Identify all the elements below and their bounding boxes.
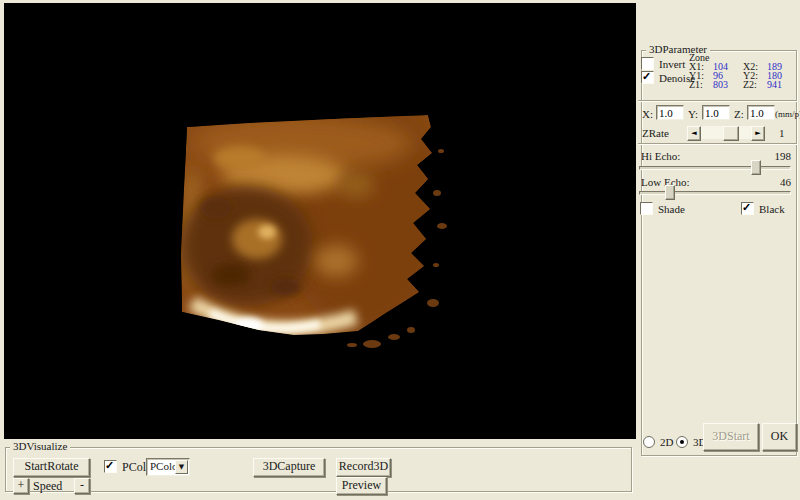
zrate-scroll-track[interactable]: [699, 126, 753, 139]
black-checkbox-box[interactable]: [741, 202, 754, 215]
speed-label: Speed: [33, 479, 62, 494]
mode-2d-label: 2D: [655, 436, 673, 448]
mode-2d-radio[interactable]: 2D: [643, 436, 673, 448]
shade-checkbox-box[interactable]: [640, 202, 653, 215]
preview-button[interactable]: Preview: [336, 477, 387, 495]
record3d-button[interactable]: Record3D: [336, 458, 391, 477]
black-checkbox[interactable]: Black: [741, 202, 785, 215]
speed-minus-button[interactable]: -: [74, 478, 90, 494]
separator: [638, 100, 797, 102]
z-scale-input[interactable]: [747, 105, 775, 120]
z-scale-label: Z:: [734, 108, 744, 120]
chevron-down-icon[interactable]: ▼: [175, 460, 188, 474]
zone-table: X1:104X2:189 Y1:96Y2:180 Z1:803Z2:941: [689, 62, 793, 89]
pcolor-combobox[interactable]: PColor ▼: [146, 458, 190, 476]
invert-checkbox-box[interactable]: [641, 57, 654, 70]
pcolor-checkbox-box[interactable]: [104, 460, 117, 473]
separator: [638, 143, 797, 145]
y-scale-input[interactable]: [702, 105, 730, 120]
black-label: Black: [754, 203, 785, 215]
mode-3d-radio[interactable]: 3D: [676, 436, 706, 448]
app-window: 3DParameter Invert Denoise Zone X1:104X2…: [0, 0, 800, 500]
low-echo-slider[interactable]: [639, 185, 791, 199]
3dstart-button[interactable]: 3DStart: [703, 423, 759, 451]
ok-button[interactable]: OK: [762, 423, 797, 451]
zone-row-z: Z1:803Z2:941: [689, 80, 793, 89]
zone-z1-value: 803: [713, 80, 743, 89]
hi-echo-slider-thumb[interactable]: [751, 160, 761, 175]
zone-z2-value: 941: [767, 79, 782, 90]
mode-3d-radio-circle[interactable]: [676, 436, 688, 448]
hi-echo-slider[interactable]: [639, 160, 791, 174]
zrate-value: 1: [779, 127, 785, 139]
start-rotate-button[interactable]: StartRotate: [13, 458, 90, 477]
zrate-scrollbar[interactable]: ◄ ►: [687, 126, 765, 139]
mode-2d-radio-circle[interactable]: [643, 436, 655, 448]
ultrasound-render: [4, 3, 636, 439]
low-echo-slider-thumb[interactable]: [665, 185, 675, 200]
zrate-scroll-thumb[interactable]: [723, 126, 739, 141]
denoise-checkbox-box[interactable]: [641, 71, 654, 84]
low-echo-slider-track[interactable]: [639, 191, 791, 195]
hi-echo-slider-track[interactable]: [639, 166, 791, 170]
speed-plus-button[interactable]: +: [13, 478, 29, 494]
x-scale-input[interactable]: [656, 105, 684, 120]
zrate-label: ZRate: [642, 127, 669, 139]
shade-checkbox[interactable]: Shade: [640, 202, 685, 215]
visualize-group-title: 3DVisualize: [10, 440, 70, 453]
x-scale-label: X:: [642, 108, 653, 120]
zrate-scroll-right-icon[interactable]: ►: [751, 126, 765, 141]
shade-label: Shade: [653, 203, 685, 215]
3dcapture-button[interactable]: 3DCapture: [253, 458, 325, 477]
scale-unit-label: (mm/p): [775, 109, 800, 119]
denoise-checkbox[interactable]: Denoise: [641, 71, 695, 84]
render-viewport[interactable]: [4, 3, 636, 439]
y-scale-label: Y:: [688, 108, 698, 120]
invert-label: Invert: [654, 58, 685, 70]
invert-checkbox[interactable]: Invert: [641, 57, 685, 70]
